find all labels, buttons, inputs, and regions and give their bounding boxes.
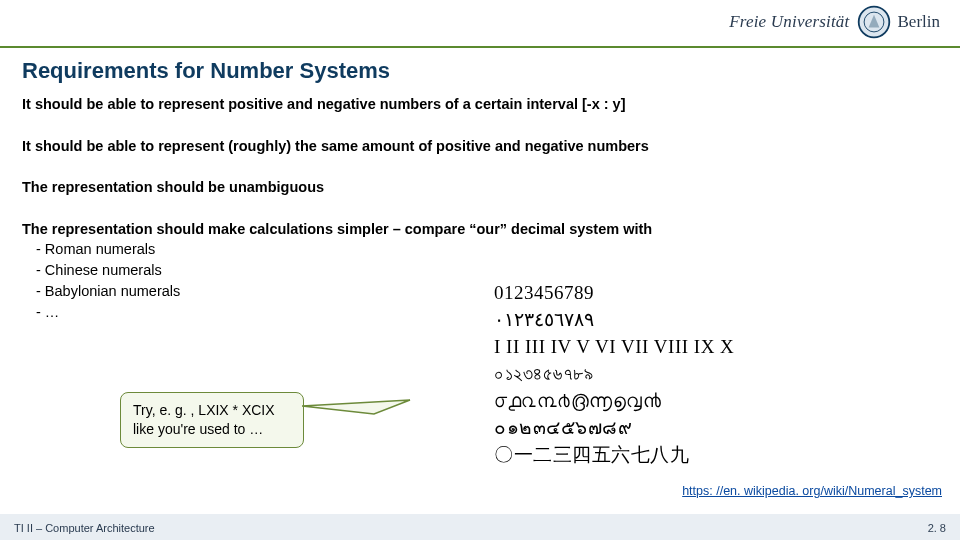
requirement-3: The representation should be unambiguous [22, 178, 938, 198]
callout-line1: Try, e. g. , LXIX * XCIX [133, 401, 291, 420]
footer-page-number: 2. 8 [928, 522, 946, 534]
footer-course: TI II – Computer Architecture [14, 522, 155, 534]
numeral-row-thai: ๐๑๒๓๔๕๖๗๘๙ [494, 415, 934, 442]
seal-icon [856, 4, 892, 40]
callout-box: Try, e. g. , LXIX * XCIX like you're use… [120, 392, 304, 448]
logo-text-left: Freie Universität [729, 12, 849, 32]
numeral-row-arabic: 0123456789 [494, 280, 934, 307]
bullet-roman: - Roman numerals [36, 239, 938, 260]
bullet-chinese: - Chinese numerals [36, 260, 938, 281]
svg-marker-2 [302, 400, 410, 414]
numeral-row-malayalam: ൦൧൨൩൪൫൬൭൮൯ [494, 388, 934, 415]
numeral-systems-figure: 0123456789 ٠١٢٣٤٥٦٧٨٩ I II III IV V VI V… [494, 280, 934, 469]
numeral-row-roman: I II III IV V VI VII VIII IX X [494, 334, 934, 361]
requirement-4-lead: The representation should make calculati… [22, 221, 652, 237]
logo-text-right: Berlin [898, 12, 941, 32]
requirement-1: It should be able to represent positive … [22, 95, 938, 115]
reference-link[interactable]: https: //en. wikipedia. org/wiki/Numeral… [682, 484, 942, 498]
numeral-row-eastern-arabic: ٠١٢٣٤٥٦٧٨٩ [494, 307, 934, 334]
university-logo: Freie Universität Berlin [715, 4, 946, 40]
slide-title: Requirements for Number Systems [22, 58, 390, 84]
numeral-row-bengali: ০১২৩৪৫৬৭৮৯ [494, 361, 934, 388]
header-divider [0, 46, 960, 48]
numeral-row-chinese: 〇一二三四五六七八九 [494, 442, 934, 469]
callout-tail-icon [302, 398, 412, 422]
callout-line2: like you're used to … [133, 420, 291, 439]
requirement-2: It should be able to represent (roughly)… [22, 137, 938, 157]
